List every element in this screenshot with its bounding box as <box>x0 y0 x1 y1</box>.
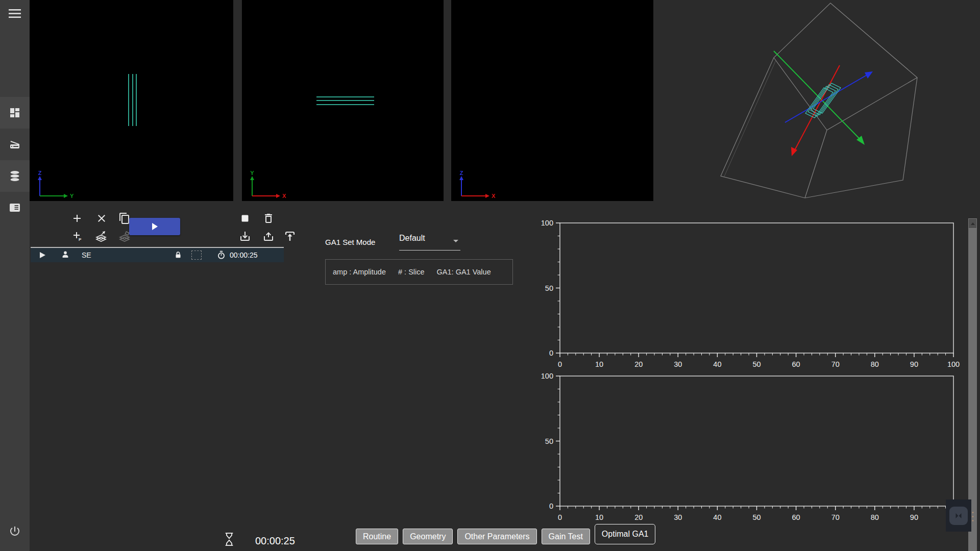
ga1-legend: amp : Amplitude # : Slice GA1: GA1 Value <box>325 259 513 285</box>
sidebar-item-dashboard[interactable] <box>0 97 30 129</box>
person-icon <box>60 248 70 262</box>
ga1-chart-bottom[interactable]: 0102030405060708090050100 <box>531 370 965 523</box>
svg-text:40: 40 <box>713 360 721 368</box>
dashboard-grid-icon <box>9 107 21 119</box>
svg-text:P: P <box>79 237 82 242</box>
layers-export-button[interactable] <box>93 228 109 244</box>
add-button[interactable] <box>69 210 85 227</box>
article-card-icon <box>9 202 21 214</box>
svg-text:80: 80 <box>871 513 879 521</box>
svg-text:0: 0 <box>558 513 562 521</box>
sidebar-item-database[interactable] <box>0 160 30 192</box>
ga1-mode-value: Default <box>399 234 425 242</box>
floating-widget[interactable] <box>946 499 971 532</box>
axis-gizmo: Z X <box>454 170 497 200</box>
scroll-up-button[interactable] <box>968 218 977 229</box>
sequence-toolbar: P <box>31 207 296 246</box>
sidebar-item-scanner[interactable] <box>0 129 30 160</box>
svg-text:X: X <box>282 193 286 199</box>
svg-text:Z: Z <box>38 170 42 176</box>
parameter-tabs: RoutineGeometryOther ParametersGain Test… <box>356 524 655 544</box>
svg-text:50: 50 <box>545 284 553 292</box>
select-underline <box>399 250 460 251</box>
stopwatch-icon <box>216 248 226 262</box>
hamburger-menu-icon[interactable] <box>0 0 30 28</box>
svg-text:40: 40 <box>713 513 721 521</box>
axis-gizmo: Y X <box>245 170 288 200</box>
legend-item-amp: amp : Amplitude <box>333 268 386 276</box>
svg-text:50: 50 <box>545 437 553 445</box>
sequence-play-icon[interactable] <box>40 248 45 262</box>
viewport-xy[interactable]: Y X <box>242 0 444 201</box>
viewport-yz[interactable]: Z Y <box>30 0 233 201</box>
slice-line <box>316 104 374 105</box>
ga1-mode-select[interactable]: Default <box>399 234 460 251</box>
elapsed-timer: 00:00:25 <box>255 535 295 547</box>
view3d-scene[interactable] <box>653 0 980 219</box>
app-window: Z Y Y X Z X <box>0 0 980 551</box>
power-icon <box>9 525 21 537</box>
slice-line <box>316 100 374 101</box>
svg-text:100: 100 <box>541 372 553 380</box>
slice-line <box>136 74 137 126</box>
svg-text:10: 10 <box>595 360 603 368</box>
selection-box-icon[interactable] <box>191 248 202 262</box>
ga1-set-mode-label: GA1 Set Mode <box>325 238 375 246</box>
tab-geometry[interactable]: Geometry <box>403 529 453 544</box>
hourglass-icon <box>224 532 235 547</box>
scanner-icon <box>9 138 21 151</box>
svg-text:0: 0 <box>558 360 562 368</box>
svg-text:0: 0 <box>549 502 553 510</box>
tab-other-parameters[interactable]: Other Parameters <box>457 529 536 544</box>
svg-text:70: 70 <box>831 360 840 368</box>
svg-text:70: 70 <box>831 513 840 521</box>
sidebar <box>0 0 30 551</box>
layers-disabled-button[interactable] <box>116 228 133 244</box>
svg-text:80: 80 <box>871 360 879 368</box>
power-button[interactable] <box>0 515 30 547</box>
sequence-row[interactable]: SE 00:00:25 <box>31 247 284 262</box>
svg-text:60: 60 <box>792 360 800 368</box>
download-button[interactable] <box>237 228 253 244</box>
slice-line <box>316 96 374 97</box>
svg-text:Z: Z <box>460 170 463 176</box>
tab-optimal-ga1[interactable]: Optimal GA1 <box>595 524 656 544</box>
svg-text:Y: Y <box>70 193 74 199</box>
svg-text:Y: Y <box>250 170 254 176</box>
slice-line <box>132 74 133 126</box>
legend-item-slice: # : Slice <box>398 268 425 276</box>
add-protocol-button[interactable]: P <box>69 228 85 244</box>
svg-text:100: 100 <box>541 219 553 227</box>
svg-text:20: 20 <box>634 513 643 521</box>
chevron-down-icon <box>453 240 458 242</box>
tab-routine[interactable]: Routine <box>356 529 398 544</box>
svg-text:10: 10 <box>595 513 603 521</box>
stop-button[interactable] <box>237 210 253 227</box>
svg-text:90: 90 <box>910 513 918 521</box>
lock-icon[interactable] <box>174 248 183 262</box>
upload-top-button[interactable] <box>282 228 298 244</box>
svg-text:30: 30 <box>674 360 682 368</box>
play-icon <box>151 222 159 231</box>
sidebar-item-protocols[interactable] <box>0 192 30 223</box>
slice-line <box>128 74 129 126</box>
sequence-name: SE <box>82 248 91 262</box>
svg-text:60: 60 <box>792 513 800 521</box>
svg-text:90: 90 <box>910 360 918 368</box>
svg-text:100: 100 <box>947 360 960 368</box>
svg-text:0: 0 <box>549 349 553 357</box>
delete-button[interactable] <box>260 210 277 227</box>
svg-text:50: 50 <box>752 360 761 368</box>
hamburger-glyph <box>9 9 21 18</box>
scroll-up-icon <box>971 222 975 225</box>
sequence-timer: 00:00:25 <box>230 248 258 262</box>
ga1-chart-top[interactable]: 0102030405060708090100050100 <box>531 217 965 370</box>
upload-button[interactable] <box>260 228 277 244</box>
svg-text:50: 50 <box>752 513 761 521</box>
run-scan-button[interactable] <box>129 218 180 235</box>
tab-gain-test[interactable]: Gain Test <box>542 529 590 544</box>
viewport-xz[interactable]: Z X <box>451 0 653 201</box>
close-button[interactable] <box>93 210 110 227</box>
bowtie-logo-icon <box>949 507 968 525</box>
svg-text:30: 30 <box>674 513 682 521</box>
